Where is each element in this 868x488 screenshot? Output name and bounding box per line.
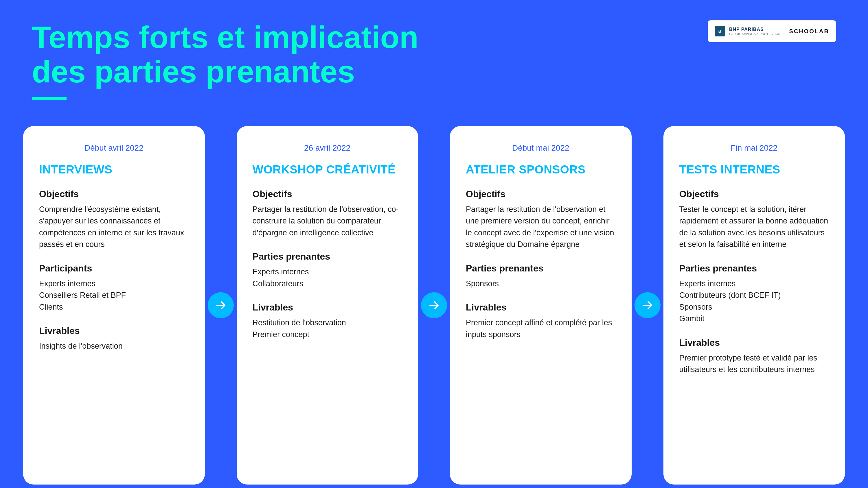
- card-section-body-3-1: Experts internes Contributeurs (dont BCE…: [679, 278, 829, 325]
- page-title: Temps forts et implication des parties p…: [32, 20, 418, 89]
- logo-area: B BNP PARIBAS CARDIF SAVINGS & PROTECTIO…: [708, 20, 836, 42]
- card-section-body-0-0: Comprendre l'écosystème existant, s'appu…: [39, 203, 189, 250]
- card-section-body-0-1: Experts internes Conseillers Retail et B…: [39, 278, 189, 313]
- card-1: 26 avril 2022WORKSHOP CRÉATIVITÉObjectif…: [237, 126, 418, 485]
- arrow-connector-2: [631, 292, 663, 318]
- card-section-heading-1-2: Livrables: [253, 302, 402, 313]
- card-section-heading-3-1: Parties prenantes: [679, 263, 829, 274]
- bnp-text-block: BNP PARIBAS CARDIF SAVINGS & PROTECTION: [729, 27, 781, 36]
- title-underline: [32, 97, 66, 100]
- arrow-circle-0: [208, 292, 234, 318]
- card-section-body-2-1: Sponsors: [466, 278, 616, 290]
- card-title-0: INTERVIEWS: [39, 163, 189, 176]
- card-section-body-0-2: Insights de l'observation: [39, 340, 189, 352]
- schoolab-logo: SCHOOLAB: [789, 28, 829, 35]
- arrow-connector-0: [205, 292, 237, 318]
- bnp-sub-logo: CARDIF SAVINGS & PROTECTION: [729, 32, 781, 36]
- logo-divider: [785, 26, 785, 37]
- card-2: Début mai 2022ATELIER SPONSORSObjectifsP…: [450, 126, 631, 485]
- arrow-icon-0: [214, 299, 227, 312]
- cards-container: Début avril 2022INTERVIEWSObjectifsCompr…: [0, 109, 868, 488]
- card-section-body-1-0: Partager la restitution de l'observation…: [253, 203, 402, 239]
- card-0: Début avril 2022INTERVIEWSObjectifsCompr…: [23, 126, 205, 485]
- arrow-circle-2: [634, 292, 660, 318]
- card-section-body-3-2: Premier prototype testé et validé par le…: [679, 352, 829, 376]
- card-section-body-1-2: Restitution de l'observation Premier con…: [253, 317, 402, 340]
- card-section-body-2-2: Premier concept affiné et complété par l…: [466, 317, 616, 340]
- card-title-1: WORKSHOP CRÉATIVITÉ: [253, 163, 402, 176]
- card-3: Fin mai 2022TESTS INTERNESObjectifsTeste…: [663, 126, 845, 485]
- card-date-3: Fin mai 2022: [679, 143, 829, 153]
- card-section-heading-3-2: Livrables: [679, 337, 829, 348]
- card-section-heading-2-2: Livrables: [466, 302, 616, 313]
- arrow-circle-1: [421, 292, 447, 318]
- arrow-icon-1: [428, 299, 440, 312]
- card-section-heading-2-1: Parties prenantes: [466, 263, 616, 274]
- card-section-heading-1-1: Parties prenantes: [253, 251, 402, 262]
- card-section-body-1-1: Experts internes Collaborateurs: [253, 266, 402, 289]
- card-section-body-3-0: Tester le concept et la solution, itérer…: [679, 203, 829, 250]
- card-section-heading-3-0: Objectifs: [679, 189, 829, 199]
- bnp-icon: B: [715, 26, 725, 36]
- page-header: Temps forts et implication des parties p…: [0, 0, 868, 100]
- card-date-0: Début avril 2022: [39, 143, 189, 153]
- arrow-icon-2: [641, 299, 654, 312]
- card-date-1: 26 avril 2022: [253, 143, 402, 153]
- card-date-2: Début mai 2022: [466, 143, 616, 153]
- card-section-heading-1-0: Objectifs: [253, 189, 402, 199]
- card-section-heading-0-1: Participants: [39, 263, 189, 274]
- arrow-connector-1: [418, 292, 450, 318]
- card-section-body-2-0: Partager la restitution de l'observation…: [466, 203, 616, 250]
- bnp-main-logo: BNP PARIBAS: [729, 27, 781, 32]
- card-section-heading-0-2: Livrables: [39, 326, 189, 336]
- card-title-2: ATELIER SPONSORS: [466, 163, 616, 176]
- card-section-heading-0-0: Objectifs: [39, 189, 189, 199]
- card-title-3: TESTS INTERNES: [679, 163, 829, 176]
- card-section-heading-2-0: Objectifs: [466, 189, 616, 199]
- title-block: Temps forts et implication des parties p…: [32, 20, 418, 100]
